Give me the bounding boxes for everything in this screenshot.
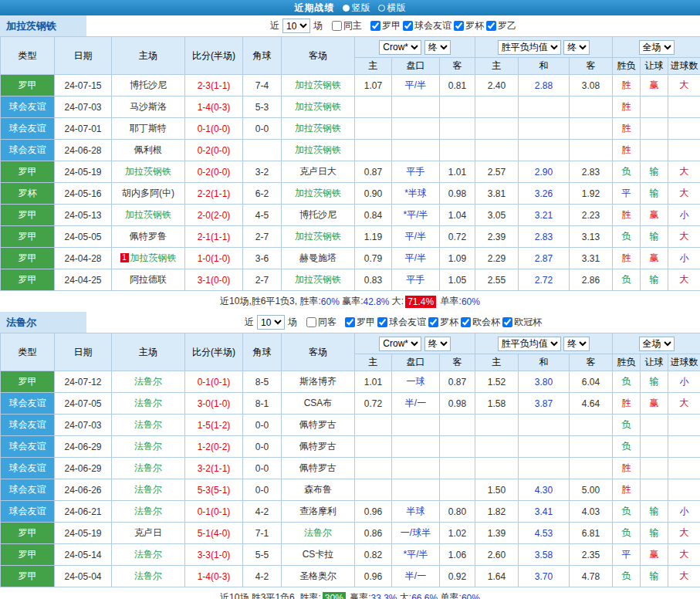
- match-count-select[interactable]: 10: [257, 315, 285, 330]
- league-checkbox[interactable]: [461, 317, 471, 327]
- match-row: 球会友谊24-06-28佩利根0-2(0-0)加拉茨钢铁胜: [1, 140, 700, 161]
- score-cell: 3-2(1-1): [185, 458, 243, 479]
- avg-away-cell: 3.13: [570, 226, 613, 248]
- corner-cell: 5-5: [243, 544, 282, 566]
- result-cell: 负: [613, 161, 641, 183]
- summary-segment: 胜率:: [299, 591, 320, 599]
- col-header-avg-home: 主: [475, 58, 519, 75]
- same-venue-checkbox[interactable]: [332, 21, 342, 31]
- handicap-result-cell: 赢: [641, 205, 668, 226]
- league-badge: 罗甲: [1, 371, 55, 393]
- league-checkbox[interactable]: [428, 317, 438, 327]
- avg-draw-cell: 2.87: [519, 248, 570, 269]
- corner-cell: 7-4: [243, 75, 282, 96]
- same-venue-filter[interactable]: 同客: [306, 316, 336, 329]
- date-cell: 24-06-29: [55, 436, 112, 458]
- handicap-result-cell: 输: [641, 161, 668, 183]
- odds-final-select[interactable]: 终: [424, 337, 451, 351]
- score-cell: 0-1(0-0): [185, 118, 243, 140]
- result-cell: 胜: [613, 479, 641, 501]
- away-odds-cell: [440, 96, 475, 118]
- corner-cell: 6-2: [243, 183, 282, 205]
- avg-final-select[interactable]: 终: [563, 337, 590, 351]
- league-checkbox[interactable]: [345, 317, 355, 327]
- avg-final-select[interactable]: 终: [563, 40, 590, 55]
- handicap-cell: 平/半: [392, 75, 440, 96]
- corner-cell: 0-0: [243, 436, 282, 458]
- score-cell: 3-1(0-0): [185, 269, 243, 291]
- league-filter[interactable]: 罗杯: [454, 19, 484, 32]
- result-cell: 胜: [613, 248, 641, 269]
- league-badge: 球会友谊: [1, 479, 55, 501]
- league-filter[interactable]: 罗甲: [345, 316, 375, 329]
- same-venue-checkbox[interactable]: [306, 317, 316, 327]
- match-row: 球会友谊24-06-29法鲁尔3-2(1-1)0-0佩特罗古胜: [1, 458, 700, 479]
- home-team-cell: 法鲁尔: [112, 436, 185, 458]
- away-odds-cell: 1.06: [440, 544, 475, 566]
- handicap-cell: 半/一: [392, 393, 440, 415]
- goals-cell: 大: [668, 269, 700, 291]
- avg-home-cell: 1.64: [475, 566, 519, 587]
- summary-line: 近10场,胜6平1负3, 胜率:60% 赢率:42.8% 大:71.4% 单率:…: [0, 291, 700, 312]
- scope-select[interactable]: 全场: [639, 40, 675, 55]
- away-odds-cell: 1.09: [440, 248, 475, 269]
- layout-horizontal-radio[interactable]: 横版: [378, 2, 406, 15]
- league-filter[interactable]: 罗甲: [370, 19, 401, 32]
- league-checkbox[interactable]: [502, 317, 512, 327]
- summary-segment: 大:: [397, 591, 412, 599]
- avg-away-cell: [570, 415, 613, 436]
- home-odds-cell: [355, 140, 392, 161]
- league-checkbox[interactable]: [403, 21, 413, 31]
- handicap-result-cell: 输: [641, 566, 668, 587]
- avg-home-cell: [475, 140, 519, 161]
- odds-source-select[interactable]: Crow*: [379, 40, 421, 55]
- odds-source-select[interactable]: Crow*: [379, 337, 421, 351]
- match-count-select[interactable]: 10: [282, 19, 310, 33]
- league-filter[interactable]: 欧冠杯: [502, 316, 542, 329]
- handicap-cell: [392, 479, 440, 501]
- scope-select[interactable]: 全场: [639, 337, 675, 351]
- home-odds-cell: [355, 436, 392, 458]
- avg-draw-cell: 2.90: [519, 161, 570, 183]
- date-cell: 24-05-04: [55, 566, 112, 587]
- matches-table: 类型 日期 主场 比分(半场) 角球 客场 Crow* 终 胜平负均值 终 全场: [0, 333, 700, 587]
- odds-final-select[interactable]: 终: [424, 40, 451, 55]
- match-row: 罗甲24-07-12法鲁尔0-1(0-1)8-5斯洛博齐1.01一球0.871.…: [1, 371, 700, 393]
- home-team-cell: 法鲁尔: [112, 566, 185, 587]
- date-cell: 24-07-01: [55, 118, 112, 140]
- avg-away-cell: 1.92: [570, 183, 613, 205]
- avg-odds-select[interactable]: 胜平负均值: [498, 337, 561, 351]
- league-checkbox[interactable]: [454, 21, 464, 31]
- avg-home-cell: [475, 458, 519, 479]
- league-filter[interactable]: 罗乙: [486, 19, 516, 32]
- avg-odds-select[interactable]: 胜平负均值: [498, 40, 561, 55]
- league-filter[interactable]: 球会友谊: [377, 316, 426, 329]
- layout-vertical-radio[interactable]: 竖版: [343, 2, 370, 15]
- league-checkbox[interactable]: [486, 21, 496, 31]
- date-cell: 24-05-13: [55, 205, 112, 226]
- league-checkbox[interactable]: [377, 317, 387, 327]
- col-header-away: 客场: [282, 37, 355, 75]
- score-cell: 5-3(5-1): [185, 479, 243, 501]
- date-cell: 24-07-12: [55, 371, 112, 393]
- handicap-cell: 平/半: [392, 226, 440, 248]
- league-checkbox[interactable]: [370, 21, 380, 31]
- handicap-result-cell: 输: [641, 523, 668, 544]
- col-header-avg-draw: 和: [519, 354, 570, 371]
- league-filter[interactable]: 球会友谊: [403, 19, 451, 32]
- date-cell: 24-06-26: [55, 479, 112, 501]
- league-filter[interactable]: 欧会杯: [461, 316, 500, 329]
- league-badge: 罗甲: [1, 226, 55, 248]
- handicap-result-cell: 输: [641, 183, 668, 205]
- handicap-result-cell: 赢: [641, 544, 668, 566]
- goals-cell: [668, 118, 700, 140]
- league-filter[interactable]: 罗杯: [428, 316, 458, 329]
- away-odds-cell: 0.72: [440, 226, 475, 248]
- match-row: 球会友谊24-06-21法鲁尔0-1(0-1)4-2查洛摩利0.96半球0.80…: [1, 501, 700, 523]
- avg-home-cell: 2.39: [475, 226, 519, 248]
- match-row: 罗杯24-05-16胡内多阿(中)2-2(1-1)6-2加拉茨钢铁0.90*半球…: [1, 183, 700, 205]
- filter-row: 加拉茨钢铁 近 10 场 同主 罗甲球会友谊罗杯罗乙: [0, 15, 700, 36]
- away-team-cell: CSA布: [282, 393, 355, 415]
- handicap-cell: 一/球半: [392, 523, 440, 544]
- same-venue-filter[interactable]: 同主: [332, 19, 362, 32]
